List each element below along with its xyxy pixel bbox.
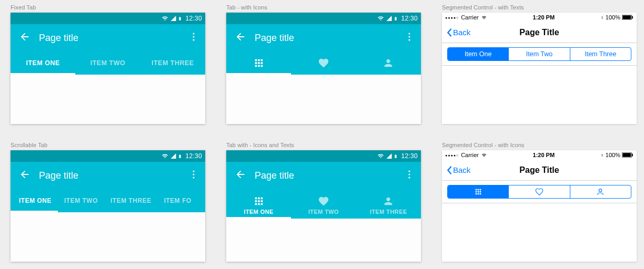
- wifi-icon: [481, 153, 487, 158]
- carrier-label: Carrier: [461, 152, 479, 158]
- segment-grid[interactable]: [448, 185, 509, 198]
- svg-point-4: [408, 36, 410, 37]
- svg-point-14: [408, 177, 410, 178]
- grid-icon: [253, 57, 265, 69]
- back-button[interactable]: [16, 169, 34, 183]
- battery-icon: [622, 15, 633, 20]
- segment-favorites[interactable]: [509, 185, 570, 198]
- svg-point-12: [408, 170, 410, 172]
- back-button[interactable]: [16, 31, 34, 45]
- svg-point-18: [599, 189, 602, 192]
- heart-icon: [535, 188, 544, 196]
- status-time: 12:30: [401, 152, 418, 160]
- tab-profile[interactable]: ITEM THREE: [356, 189, 421, 219]
- ios-navbar: Back Page Title: [442, 160, 637, 181]
- tab-item-two[interactable]: ITEM TWO: [75, 51, 140, 75]
- battery-icon: [622, 152, 633, 158]
- battery-icon: [178, 153, 182, 160]
- tab-favorites[interactable]: [291, 51, 356, 75]
- segment-item-one[interactable]: Item One: [448, 48, 509, 60]
- segment-profile[interactable]: [570, 185, 631, 198]
- svg-rect-17: [632, 154, 633, 157]
- ios-card-segicons: ●●●●○ Carrier 1:20 PM 100% Back Page Tit…: [442, 150, 637, 262]
- status-time: 1:20 PM: [487, 152, 600, 158]
- signal-icon: [170, 153, 177, 159]
- wifi-icon: [161, 153, 169, 159]
- overflow-menu[interactable]: [187, 170, 200, 181]
- carrier-label: Carrier: [461, 14, 479, 20]
- status-time: 1:20 PM: [487, 14, 600, 20]
- battery-icon: [178, 15, 182, 22]
- tab-item-two[interactable]: ITEM TWO: [58, 189, 104, 212]
- page-title: Page Title: [442, 28, 637, 37]
- page-title: Page title: [255, 170, 294, 181]
- page-title: Page title: [39, 170, 78, 181]
- page-title: Page title: [39, 33, 78, 44]
- battery-percent: 100%: [606, 152, 620, 158]
- page-title: Page Title: [442, 165, 637, 175]
- signal-icon: [386, 15, 393, 22]
- tab-profile[interactable]: [356, 51, 421, 75]
- tab-item-four[interactable]: ITEM FO: [158, 189, 198, 212]
- battery-icon: [394, 153, 398, 160]
- heart-icon: [318, 57, 329, 69]
- android-statusbar: 12:30: [11, 150, 205, 162]
- android-statusbar: 12:30: [11, 13, 205, 24]
- tab-grid[interactable]: ITEM ONE: [226, 189, 291, 219]
- battery-icon: [394, 15, 398, 22]
- svg-point-11: [193, 177, 194, 178]
- tab-item-three[interactable]: ITEM THREE: [104, 189, 158, 212]
- android-card-iconstext: 12:30 Page title ITEM ONE ITEM TWO: [226, 150, 421, 262]
- ios-card-segtext: ●●●●○ Carrier 1:20 PM 100% Back Page Tit…: [442, 13, 637, 124]
- back-button[interactable]: [232, 31, 249, 45]
- android-statusbar: 12:30: [226, 150, 421, 162]
- signal-icon: [386, 153, 393, 159]
- person-icon: [596, 188, 605, 196]
- android-statusbar: 12:30: [226, 13, 421, 24]
- svg-rect-8: [632, 16, 633, 19]
- chevron-left-icon: [446, 28, 452, 37]
- tab-grid[interactable]: [226, 51, 291, 75]
- chevron-left-icon: [446, 165, 452, 175]
- back-button[interactable]: [232, 169, 249, 183]
- back-button[interactable]: Back: [446, 165, 470, 175]
- svg-point-13: [408, 173, 410, 175]
- segment-item-two[interactable]: Item Two: [509, 48, 570, 60]
- wifi-icon: [161, 15, 169, 22]
- ios-statusbar: ●●●●○ Carrier 1:20 PM 100%: [442, 150, 637, 160]
- overflow-menu[interactable]: [187, 33, 200, 44]
- svg-point-1: [193, 36, 194, 37]
- bluetooth-icon: [600, 152, 604, 158]
- tab-item-one[interactable]: ITEM ONE: [11, 189, 58, 212]
- status-time: 12:30: [401, 15, 418, 22]
- heart-icon: [318, 195, 329, 207]
- svg-rect-7: [622, 15, 631, 19]
- segment-item-three[interactable]: Item Three: [570, 48, 631, 60]
- person-icon: [383, 195, 394, 207]
- overflow-menu[interactable]: [403, 170, 416, 181]
- tab-item-one[interactable]: ITEM ONE: [11, 51, 75, 75]
- wifi-icon: [377, 153, 385, 159]
- overflow-menu[interactable]: [403, 33, 416, 44]
- signal-icon: [170, 15, 177, 22]
- signal-dots-icon: ●●●●○: [445, 153, 459, 157]
- tab-item-three[interactable]: ITEM THREE: [140, 51, 205, 75]
- svg-point-5: [408, 39, 410, 40]
- caption-seg-text: Segmented Control - with Texts: [442, 4, 637, 11]
- svg-point-10: [193, 173, 194, 175]
- page-title: Page title: [255, 33, 294, 44]
- grid-icon: [474, 188, 482, 196]
- grid-icon: [253, 195, 265, 207]
- back-button[interactable]: Back: [446, 28, 470, 37]
- svg-point-0: [193, 33, 194, 34]
- ios-statusbar: ●●●●○ Carrier 1:20 PM 100%: [442, 13, 637, 22]
- svg-point-3: [408, 33, 410, 34]
- signal-dots-icon: ●●●●○: [445, 16, 459, 19]
- ios-navbar: Back Page Title: [442, 22, 637, 43]
- battery-percent: 100%: [606, 14, 620, 20]
- svg-point-2: [193, 39, 194, 40]
- tab-favorites[interactable]: ITEM TWO: [291, 189, 356, 219]
- caption-seg-icons: Segmented Control - with Icons: [442, 142, 637, 148]
- caption-fixed: Fixed Tab: [11, 4, 205, 11]
- android-card-icons: 12:30 Page title: [226, 13, 421, 124]
